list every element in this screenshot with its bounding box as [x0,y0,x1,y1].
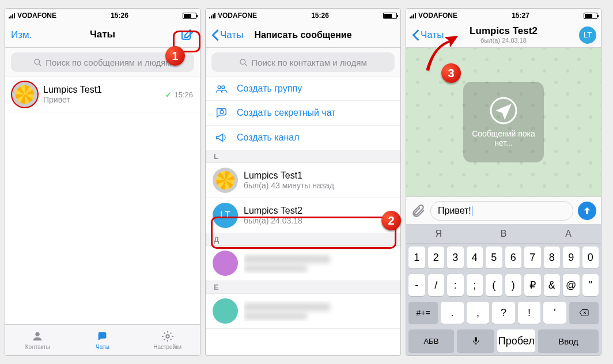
key-symbols[interactable]: #+= [408,302,438,324]
key[interactable]: ( [486,274,502,296]
nav-title: Lumpics Test2был(а) 24.03.18 [470,26,538,44]
key[interactable]: / [428,274,445,296]
key[interactable]: 3 [447,247,464,268]
contact-row[interactable]: Lumpics Test1 был(а) 43 минуты назад [206,163,400,198]
chat-avatar-button[interactable]: LT [573,22,601,47]
secret-chat-icon [214,107,229,119]
contact-avatar [213,168,238,193]
key[interactable]: 4 [467,247,483,268]
contact-row-highlighted[interactable]: LT Lumpics Test2 был(а) 24.03.18 [206,198,400,233]
search-icon [239,58,248,67]
create-channel-button[interactable]: Создать канал [206,126,400,150]
create-group-button[interactable]: Создать группу [206,77,400,101]
key[interactable]: 2 [428,247,445,268]
chats-icon [95,330,110,343]
chat-row[interactable]: Lumpics Test1 Привет ✓15:26 [5,77,200,112]
battery-icon [183,13,196,19]
gear-icon [160,330,175,343]
key[interactable]: " [582,274,599,296]
attach-icon[interactable] [411,203,426,218]
callout-badge-1: 1 [165,46,185,66]
search-placeholder: Поиск по контактам и людям [251,58,366,67]
key[interactable]: : [447,274,464,296]
callout-badge-3: 3 [441,63,461,83]
contact-row-blurred[interactable] [206,246,400,281]
create-secret-chat-button[interactable]: Создать секретный чат [206,101,400,126]
tab-chats[interactable]: Чаты [70,325,135,355]
key[interactable]: 6 [505,247,522,268]
tab-settings[interactable]: Настройки [135,325,200,355]
key[interactable]: ? [492,302,514,324]
contact-avatar [213,251,238,276]
chat-last-message: Привет [43,95,160,104]
message-input[interactable]: Привет! [430,201,573,221]
key[interactable]: 7 [524,247,541,268]
contact-avatar: LT [213,203,238,228]
group-icon [214,83,229,94]
search-placeholder: Поиск по сообщениям и людям [46,58,172,67]
key[interactable]: 0 [582,247,599,268]
nav-title: Написать сообщение [254,30,351,40]
key[interactable]: & [544,274,561,296]
key[interactable]: 8 [544,247,561,268]
status-bar: VODAFONE 15:27 [406,9,601,22]
key-enter[interactable]: Ввод [538,329,599,352]
chevron-left-icon [211,29,219,41]
chevron-left-icon [412,29,419,41]
key[interactable]: ₽ [524,274,541,296]
send-button[interactable] [578,202,596,220]
contact-name: Lumpics Test2 [244,206,393,216]
key[interactable]: @ [563,274,580,296]
svg-point-2 [36,332,40,336]
chat-time: 15:26 [174,90,193,99]
signal-icon [209,13,215,18]
key[interactable]: . [441,302,463,324]
contacts-icon [30,330,45,343]
sent-check-icon: ✓ [165,90,172,99]
backspace-icon [577,308,590,317]
contact-name: Lumpics Test1 [244,170,393,181]
nav-subtitle: был(а) 24.03.18 [470,37,538,44]
nav-bar: Чаты Написать сообщение [206,22,400,48]
key-space[interactable]: Пробел [497,329,535,352]
key[interactable]: 9 [563,247,580,268]
key-backspace[interactable] [569,302,599,324]
tab-bar: Контакты Чаты Настройки [5,324,200,355]
status-bar: VODAFONE 15:26 [5,9,200,22]
key[interactable]: ) [505,274,522,296]
channel-icon [214,131,229,144]
section-header: Д [206,233,400,246]
back-button[interactable]: Чаты [206,22,249,47]
key[interactable]: ' [543,302,566,324]
chat-avatar [12,82,37,107]
signal-icon [9,13,15,18]
carrier-label: VODAFONE [418,12,457,20]
key[interactable]: 1 [408,247,425,268]
key-abc[interactable]: АБВ [408,329,454,352]
svg-point-6 [222,86,225,89]
carrier-label: VODAFONE [17,12,56,20]
candidate[interactable]: В [471,224,536,243]
key[interactable]: 5 [486,247,502,268]
candidate[interactable]: Я [406,224,471,243]
nav-title: Чаты [90,29,115,40]
search-wrap: Поиск по контактам и людям [206,48,400,77]
clock-label: 15:26 [311,12,329,20]
candidate[interactable]: А [536,224,601,243]
edit-button[interactable]: Изм. [5,22,37,47]
tab-contacts[interactable]: Контакты [5,325,70,355]
compose-button[interactable] [175,22,200,47]
empty-chat-box: Сообщений пока нет... [463,82,544,162]
key[interactable]: ! [518,302,540,324]
search-input[interactable]: Поиск по контактам и людям [211,52,395,72]
battery-icon [584,13,597,19]
key[interactable]: - [408,274,425,296]
battery-icon [383,13,397,19]
callout-badge-2: 2 [381,211,401,230]
clock-label: 15:27 [512,12,529,20]
key[interactable]: , [467,302,489,324]
contact-row-blurred[interactable] [206,294,400,329]
key[interactable]: ; [467,274,483,296]
svg-point-1 [35,59,40,64]
key-mic[interactable] [457,329,495,352]
